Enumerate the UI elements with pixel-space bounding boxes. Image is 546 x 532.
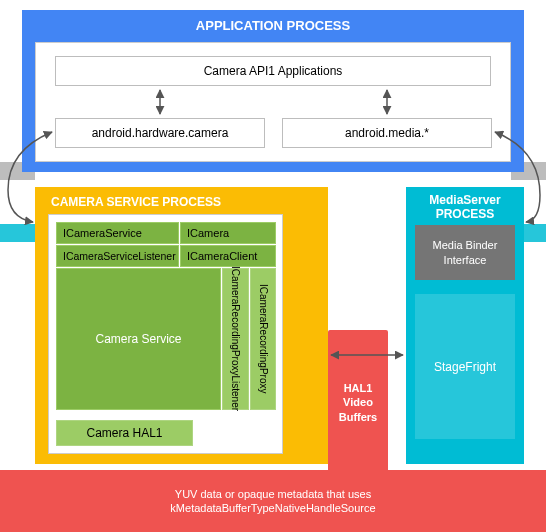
application-process-title: APPLICATION PROCESS bbox=[22, 18, 524, 33]
icamera-service-box: ICameraService bbox=[56, 222, 179, 244]
mediaserver-process-title-line2: PROCESS bbox=[436, 207, 495, 221]
icamera-client-box: ICameraClient bbox=[180, 245, 276, 267]
camera-service-process-title: CAMERA SERVICE PROCESS bbox=[51, 195, 221, 209]
camera-api1-applications-label: Camera API1 Applications bbox=[204, 64, 343, 78]
android-hardware-camera-box: android.hardware.camera bbox=[55, 118, 265, 148]
android-hardware-camera-label: android.hardware.camera bbox=[92, 126, 229, 140]
camera-service-label: Camera Service bbox=[95, 332, 181, 346]
icamera-recording-proxy-label: ICameraRecordingProxy bbox=[258, 284, 269, 394]
hal1-video-buffers-box: HAL1 Video Buffers bbox=[328, 330, 388, 475]
android-media-box: android.media.* bbox=[282, 118, 492, 148]
yuv-caption-line1: YUV data or opaque metadata that uses bbox=[175, 488, 371, 500]
icamera-client-label: ICameraClient bbox=[187, 250, 257, 262]
icamera-service-label: ICameraService bbox=[63, 227, 142, 239]
icamera-service-listener-label: ICameraServiceListener bbox=[63, 250, 176, 262]
stagefright-label: StageFright bbox=[434, 360, 496, 374]
icamera-label: ICamera bbox=[187, 227, 229, 239]
hal1-video-buffers-line3: Buffers bbox=[339, 411, 378, 423]
icamera-recording-proxy-box: ICameraRecordingProxy bbox=[250, 268, 276, 410]
camera-hal1-label: Camera HAL1 bbox=[86, 426, 162, 440]
icamera-recording-proxy-listener-box: ICameraRecordingProxyListener bbox=[222, 268, 249, 410]
hal1-video-buffers-line2: Video bbox=[343, 396, 373, 408]
icamera-box: ICamera bbox=[180, 222, 276, 244]
camera-service-box: Camera Service bbox=[56, 268, 221, 410]
camera-api1-applications-box: Camera API1 Applications bbox=[55, 56, 491, 86]
stagefright-box: StageFright bbox=[415, 294, 515, 439]
mediaserver-process-title-line1: MediaServer bbox=[429, 193, 500, 207]
decor-cyan-left bbox=[0, 224, 35, 242]
icamera-recording-proxy-listener-label: ICameraRecordingProxyListener bbox=[230, 266, 241, 411]
decor-cyan-right bbox=[524, 224, 546, 242]
media-binder-interface-box: Media Binder Interface bbox=[415, 225, 515, 280]
yuv-metadata-caption-band: YUV data or opaque metadata that uses kM… bbox=[0, 470, 546, 532]
yuv-caption-line2: kMetadataBufferTypeNativeHandleSource bbox=[170, 502, 375, 514]
camera-hal1-box: Camera HAL1 bbox=[56, 420, 193, 446]
icamera-service-listener-box: ICameraServiceListener bbox=[56, 245, 179, 267]
media-binder-interface-label: Media Binder Interface bbox=[415, 238, 515, 267]
android-media-label: android.media.* bbox=[345, 126, 429, 140]
hal1-video-buffers-line1: HAL1 bbox=[344, 382, 373, 394]
mediaserver-process-title: MediaServer PROCESS bbox=[406, 193, 524, 222]
